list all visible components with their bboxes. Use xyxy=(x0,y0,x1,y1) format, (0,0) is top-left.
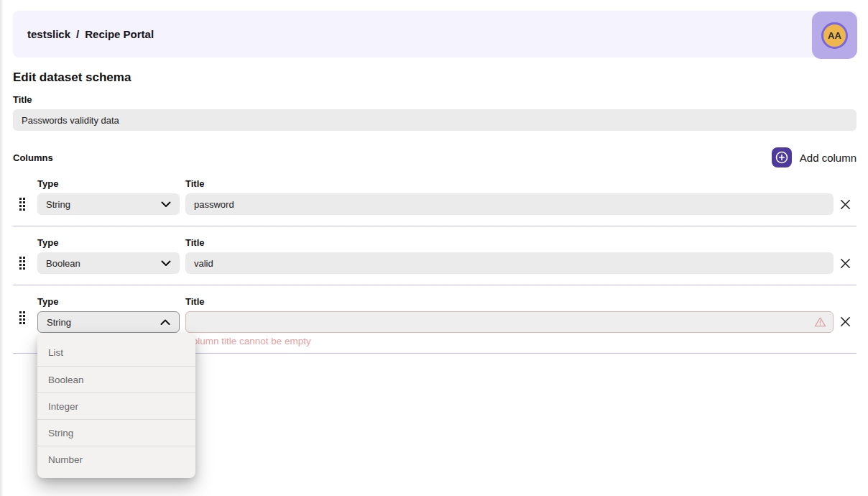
column-title-input[interactable] xyxy=(185,252,834,274)
remove-column-button[interactable] xyxy=(840,258,851,269)
column-title-label: Title xyxy=(185,237,834,248)
chevron-down-icon xyxy=(161,199,171,210)
page-title: Edit dataset schema xyxy=(13,70,857,85)
add-column-label: Add column xyxy=(800,152,857,164)
add-column-button[interactable]: Add column xyxy=(772,147,857,167)
type-select-value: String xyxy=(47,317,71,328)
remove-column-button[interactable] xyxy=(840,316,851,327)
warning-icon xyxy=(814,317,826,328)
dropdown-option-list[interactable]: List xyxy=(37,339,195,366)
breadcrumb: testslick / Recipe Portal xyxy=(13,28,154,40)
chevron-down-icon xyxy=(161,258,171,269)
type-label: Type xyxy=(37,237,180,248)
type-label: Type xyxy=(37,178,180,189)
column-title-error: Column title cannot be empty xyxy=(185,336,834,346)
avatar-box: AA xyxy=(812,12,857,59)
column-title-input[interactable] xyxy=(185,193,834,215)
drag-handle-icon[interactable] xyxy=(19,198,25,211)
title-field-label: Title xyxy=(13,94,857,105)
type-select[interactable]: String xyxy=(37,193,180,215)
columns-header: Columns Add column xyxy=(13,147,857,167)
dropdown-option-boolean[interactable]: Boolean xyxy=(37,366,195,392)
close-icon xyxy=(840,316,851,327)
type-select[interactable]: String xyxy=(37,311,180,333)
type-select[interactable]: Boolean xyxy=(37,252,180,274)
dataset-title-input[interactable] xyxy=(13,109,857,131)
breadcrumb-workspace[interactable]: testslick xyxy=(27,28,70,40)
close-icon xyxy=(840,258,851,269)
drag-handle-icon[interactable] xyxy=(19,257,25,270)
close-icon xyxy=(840,199,851,210)
breadcrumb-separator: / xyxy=(76,28,79,40)
column-title-label: Title xyxy=(185,178,834,189)
column-title-input[interactable] xyxy=(185,311,834,333)
column-row: Type String Title xyxy=(13,167,857,226)
drag-handle-icon[interactable] xyxy=(19,311,25,324)
breadcrumb-project[interactable]: Recipe Portal xyxy=(85,28,154,40)
column-title-label: Title xyxy=(185,296,834,307)
type-select-value: String xyxy=(46,199,70,210)
type-label: Type xyxy=(37,296,180,307)
column-row: Type Boolean Title xyxy=(13,226,857,285)
dropdown-option-integer[interactable]: Integer xyxy=(37,392,195,419)
type-dropdown-menu: List Boolean Integer String Number xyxy=(37,334,195,478)
dropdown-option-number[interactable]: Number xyxy=(37,446,195,472)
column-row: Type String List Boolean Integer String … xyxy=(13,285,857,354)
remove-column-button[interactable] xyxy=(840,199,851,210)
chevron-up-icon xyxy=(160,317,170,328)
plus-circle-icon xyxy=(772,147,792,167)
header-bar: testslick / Recipe Portal AA xyxy=(13,11,857,58)
type-select-value: Boolean xyxy=(46,258,80,269)
dropdown-option-string[interactable]: String xyxy=(37,419,195,446)
columns-label: Columns xyxy=(13,152,53,163)
avatar[interactable]: AA xyxy=(821,22,848,49)
main-content: Edit dataset schema Title Columns Add co… xyxy=(0,70,868,354)
